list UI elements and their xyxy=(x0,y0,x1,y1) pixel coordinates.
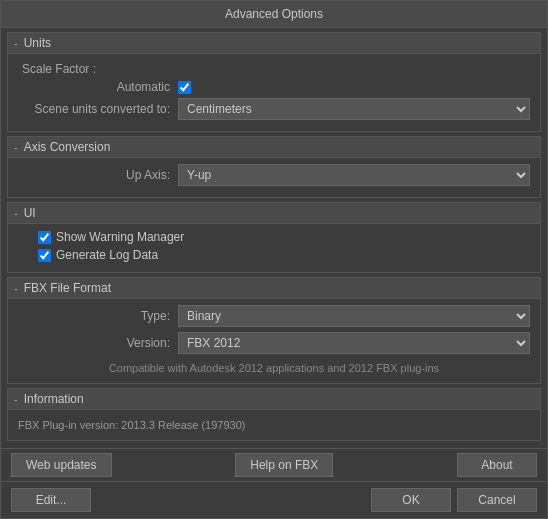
middle-button-row: Web updates Help on FBX About xyxy=(1,448,547,481)
axis-conversion-header[interactable]: - Axis Conversion xyxy=(8,137,540,158)
up-axis-row: Up Axis: Y-up Z-up xyxy=(18,164,530,186)
information-label: Information xyxy=(24,392,84,406)
scene-units-row: Scene units converted to: Centimeters Mi… xyxy=(18,98,530,120)
fbx-format-label: FBX File Format xyxy=(24,281,111,295)
info-toggle[interactable]: - xyxy=(14,393,18,405)
ui-toggle[interactable]: - xyxy=(14,207,18,219)
automatic-label: Automatic xyxy=(18,80,178,94)
units-section: - Units Scale Factor : Automatic Scene u… xyxy=(7,32,541,132)
automatic-checkbox[interactable] xyxy=(178,81,191,94)
cancel-button[interactable]: Cancel xyxy=(457,488,537,512)
fbx-format-toggle[interactable]: - xyxy=(14,282,18,294)
information-body: FBX Plug-in version: 2013.3 Release (197… xyxy=(8,410,540,440)
up-axis-select[interactable]: Y-up Z-up xyxy=(178,164,530,186)
version-label: Version: xyxy=(18,336,178,350)
about-button[interactable]: About xyxy=(457,453,537,477)
units-section-header[interactable]: - Units xyxy=(8,33,540,54)
plugin-version: FBX Plug-in version: 2013.3 Release (197… xyxy=(18,416,530,434)
up-axis-label: Up Axis: xyxy=(18,168,178,182)
information-section: - Information FBX Plug-in version: 2013.… xyxy=(7,388,541,441)
compat-text: Compatible with Autodesk 2012 applicatio… xyxy=(18,359,530,377)
footer-right: OK Cancel xyxy=(371,488,537,512)
scale-factor-label: Scale Factor : xyxy=(18,60,530,80)
units-label: Units xyxy=(24,36,51,50)
content-area: - Units Scale Factor : Automatic Scene u… xyxy=(1,28,547,448)
fbx-format-section: - FBX File Format Type: Binary ASCII Ver… xyxy=(7,277,541,384)
units-toggle[interactable]: - xyxy=(14,37,18,49)
ui-label: UI xyxy=(24,206,36,220)
ui-section-header[interactable]: - UI xyxy=(8,203,540,224)
units-section-body: Scale Factor : Automatic Scene units con… xyxy=(8,54,540,131)
type-label: Type: xyxy=(18,309,178,323)
ui-section: - UI Show Warning Manager Generate Log D… xyxy=(7,202,541,273)
axis-toggle[interactable]: - xyxy=(14,141,18,153)
generate-log-label: Generate Log Data xyxy=(56,248,158,262)
version-select[interactable]: FBX 2012 FBX 2011 FBX 2010 FBX 2009 FBX … xyxy=(178,332,530,354)
dialog-title: Advanced Options xyxy=(1,1,547,28)
automatic-row: Automatic xyxy=(18,80,530,94)
footer-button-row: Edit... OK Cancel xyxy=(1,481,547,518)
advanced-options-dialog: Advanced Options - Units Scale Factor : … xyxy=(0,0,548,519)
ok-button[interactable]: OK xyxy=(371,488,451,512)
ui-section-body: Show Warning Manager Generate Log Data xyxy=(8,224,540,272)
scene-units-label: Scene units converted to: xyxy=(18,102,178,116)
type-row: Type: Binary ASCII xyxy=(18,305,530,327)
fbx-format-body: Type: Binary ASCII Version: FBX 2012 FBX… xyxy=(8,299,540,383)
generate-log-checkbox[interactable] xyxy=(38,249,51,262)
show-warning-label: Show Warning Manager xyxy=(56,230,184,244)
footer-left: Edit... xyxy=(11,488,91,512)
version-row: Version: FBX 2012 FBX 2011 FBX 2010 FBX … xyxy=(18,332,530,354)
axis-conversion-body: Up Axis: Y-up Z-up xyxy=(8,158,540,197)
show-warning-checkbox[interactable] xyxy=(38,231,51,244)
information-header[interactable]: - Information xyxy=(8,389,540,410)
generate-log-row: Generate Log Data xyxy=(18,248,530,262)
axis-conversion-section: - Axis Conversion Up Axis: Y-up Z-up xyxy=(7,136,541,198)
scene-units-select[interactable]: Centimeters Millimeters Decimeters Meter… xyxy=(178,98,530,120)
show-warning-row: Show Warning Manager xyxy=(18,230,530,244)
type-select[interactable]: Binary ASCII xyxy=(178,305,530,327)
axis-conversion-label: Axis Conversion xyxy=(24,140,111,154)
help-on-fbx-button[interactable]: Help on FBX xyxy=(235,453,333,477)
fbx-format-header[interactable]: - FBX File Format xyxy=(8,278,540,299)
edit-button[interactable]: Edit... xyxy=(11,488,91,512)
web-updates-button[interactable]: Web updates xyxy=(11,453,112,477)
